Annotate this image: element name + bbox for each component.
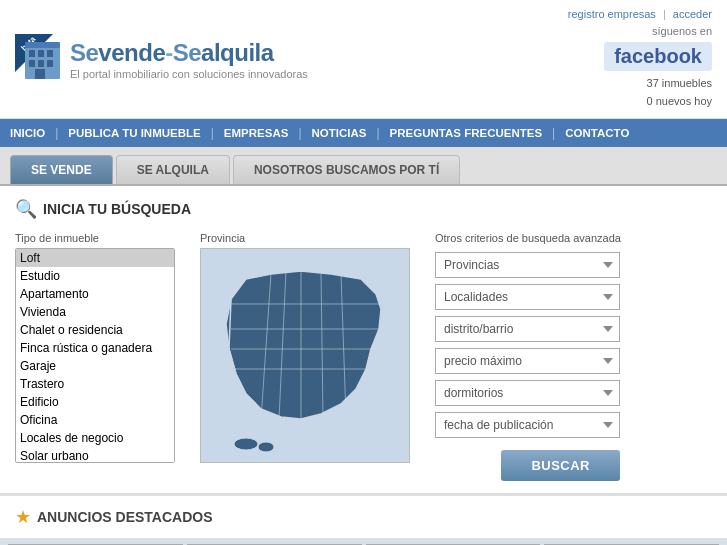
search-title: 🔍 INICIA TU BÚSQUEDA (15, 198, 712, 220)
select-provincias[interactable]: Provincias (435, 252, 620, 278)
select-precio[interactable]: precio máximo (435, 348, 620, 374)
nav-publica[interactable]: PUBLICA TU INMUEBLE (58, 119, 210, 147)
registro-link[interactable]: registro empresas (568, 8, 656, 20)
advanced-label: Otros criterios de busqueda avanzada (435, 232, 712, 244)
search-area: 🔍 INICIA TU BÚSQUEDA Tipo de inmueble Lo… (0, 186, 727, 494)
svg-rect-2 (25, 42, 60, 48)
top-links: registro empresas | acceder (568, 8, 712, 20)
nav-contacto[interactable]: CONTACTO (555, 119, 639, 147)
tipo-option-chalet[interactable]: Chalet o residencia (16, 321, 174, 339)
col-map: Provincia (200, 232, 415, 463)
select-distrito[interactable]: distrito/barrio (435, 316, 620, 342)
svg-rect-4 (38, 50, 44, 57)
acceder-link[interactable]: acceder (673, 8, 712, 20)
svg-rect-3 (29, 50, 35, 57)
header-right: registro empresas | acceder síguenos en … (568, 8, 712, 110)
select-localidades[interactable]: Localidades (435, 284, 620, 310)
tabs-bar: SE VENDE SE ALQUILA NOSOTROS BUSCAMOS PO… (0, 147, 727, 186)
star-icon: ★ (15, 506, 31, 528)
inmuebles-stat: 37 inmuebles (647, 75, 712, 93)
anuncios-header: ★ ANUNCIOS DESTACADOS (0, 494, 727, 538)
separator1: | (663, 8, 666, 20)
tipo-option-apartamento[interactable]: Apartamento (16, 285, 174, 303)
stats-container: 37 inmuebles 0 nuevos hoy (647, 75, 712, 110)
svg-rect-8 (47, 60, 53, 67)
header: beta Sevende-Sealquila El porta (0, 0, 727, 119)
buscar-container: BUSCAR (435, 446, 620, 481)
anuncios-title: ANUNCIOS DESTACADOS (37, 509, 213, 525)
siguenos-row: síguenos en (652, 24, 712, 38)
logo-vende: vende (98, 39, 165, 66)
search-magnify-icon: 🔍 (15, 198, 37, 220)
nav-empresas[interactable]: EMPRESAS (214, 119, 299, 147)
logo-subtitle: El portal inmobiliario con soluciones in… (70, 68, 308, 80)
col-tipo: Tipo de inmueble Loft Estudio Apartament… (15, 232, 180, 463)
spain-map-container[interactable] (200, 248, 410, 463)
tipo-option-finca[interactable]: Finca rústica o ganadera (16, 339, 174, 357)
nav: INICIO | PUBLICA TU INMUEBLE | EMPRESAS … (0, 119, 727, 147)
svg-rect-6 (29, 60, 35, 67)
anuncios-images (0, 538, 727, 545)
svg-rect-5 (47, 50, 53, 57)
logo-text-container: Sevende-Sealquila El portal inmobiliario… (70, 39, 308, 80)
tipo-option-estudio[interactable]: Estudio (16, 267, 174, 285)
svg-point-21 (258, 442, 274, 452)
buscar-button[interactable]: BUSCAR (501, 450, 620, 481)
tab-se-vende[interactable]: SE VENDE (10, 155, 113, 184)
tab-se-alquila[interactable]: SE ALQUILA (116, 155, 230, 184)
svg-rect-7 (38, 60, 44, 67)
logo-alquila: alquila (201, 39, 274, 66)
nav-preguntas[interactable]: PREGUNTAS FRECUENTES (380, 119, 553, 147)
search-columns: Tipo de inmueble Loft Estudio Apartament… (15, 232, 712, 481)
siguenos-text: síguenos en (652, 25, 712, 37)
tipo-label: Tipo de inmueble (15, 232, 180, 244)
select-dormitorios[interactable]: dormitorios (435, 380, 620, 406)
facebook-container: facebook (604, 42, 712, 71)
tipo-option-edificio[interactable]: Edificio (16, 393, 174, 411)
tipo-option-trastero[interactable]: Trastero (16, 375, 174, 393)
logo-wrapper: beta (15, 34, 70, 85)
logo-dash: - (165, 39, 173, 66)
nav-items: INICIO | PUBLICA TU INMUEBLE | EMPRESAS … (0, 119, 639, 147)
spain-map-svg (201, 249, 410, 463)
select-fecha[interactable]: fecha de publicación (435, 412, 620, 438)
tipo-option-garaje[interactable]: Garaje (16, 357, 174, 375)
nav-noticias[interactable]: NOTICIAS (302, 119, 377, 147)
tipo-select[interactable]: Loft Estudio Apartamento Vivienda Chalet… (15, 248, 175, 463)
logo-se1: Se (70, 39, 98, 66)
tipo-option-solar[interactable]: Solar urbano (16, 447, 174, 463)
svg-point-20 (234, 438, 258, 450)
logo-text: Sevende-Sealquila (70, 39, 308, 67)
logo-area: beta Sevende-Sealquila El porta (15, 34, 308, 85)
tipo-option-oficina[interactable]: Oficina (16, 411, 174, 429)
svg-rect-9 (35, 69, 45, 79)
nav-inicio[interactable]: INICIO (0, 119, 55, 147)
tipo-option-loft[interactable]: Loft (16, 249, 174, 267)
tab-nosotros-buscamos[interactable]: NOSOTROS BUSCAMOS POR TÍ (233, 155, 460, 184)
facebook-link[interactable]: facebook (604, 42, 712, 71)
col-advanced: Otros criterios de busqueda avanzada Pro… (435, 232, 712, 481)
tipo-option-locales[interactable]: Locales de negocio (16, 429, 174, 447)
logo-se2: Se (173, 39, 201, 66)
search-title-text: INICIA TU BÚSQUEDA (43, 201, 191, 217)
provincia-label: Provincia (200, 232, 415, 244)
tipo-option-vivienda[interactable]: Vivienda (16, 303, 174, 321)
nuevos-stat: 0 nuevos hoy (647, 93, 712, 111)
logo-building-icon: beta (15, 34, 70, 82)
logo-main: beta Sevende-Sealquila El porta (15, 34, 308, 85)
